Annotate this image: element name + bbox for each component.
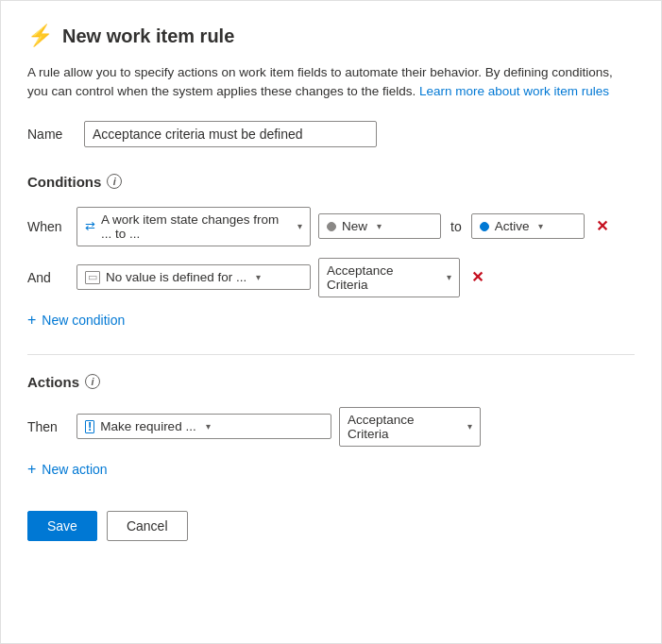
and-remove-button[interactable]: ✕ xyxy=(467,268,487,287)
action-field-chevron: ▾ xyxy=(467,421,472,432)
name-label: Name xyxy=(27,127,69,142)
when-label: When xyxy=(27,219,69,234)
action-field-text: Acceptance Criteria xyxy=(348,413,458,441)
and-row: And ▭ No value is defined for ... ▾ Acce… xyxy=(27,258,635,297)
then-label: Then xyxy=(27,419,69,434)
conditions-info-icon[interactable]: i xyxy=(107,174,122,189)
make-required-icon: ! xyxy=(85,420,94,433)
new-condition-plus: + xyxy=(27,313,36,328)
save-button[interactable]: Save xyxy=(27,511,97,541)
actions-section: Actions i Then ! Make required ... ▾ Acc… xyxy=(27,374,635,481)
state-from-text: New xyxy=(342,219,367,233)
page-container: ⚡ New work item rule A rule allow you to… xyxy=(0,0,662,644)
action-dropdown-text: Make required ... xyxy=(100,419,195,433)
learn-more-link[interactable]: Learn more about work item rules xyxy=(419,84,609,98)
when-row: When ⇄ A work item state changes from ..… xyxy=(27,207,635,246)
new-action-plus: + xyxy=(27,462,36,477)
and-dropdown-chevron: ▾ xyxy=(256,272,261,282)
and-field-text: Acceptance Criteria xyxy=(327,263,437,292)
state-to-chevron: ▾ xyxy=(538,221,543,231)
action-dropdown-chevron: ▾ xyxy=(206,421,211,432)
name-input[interactable] xyxy=(84,121,377,147)
new-condition-label: New condition xyxy=(42,313,125,328)
new-action-label: New action xyxy=(42,462,107,477)
footer-buttons: Save Cancel xyxy=(27,511,635,541)
state-from-chevron: ▾ xyxy=(377,221,382,231)
new-action-link[interactable]: + New action xyxy=(27,458,635,481)
and-dropdown-text: No value is defined for ... xyxy=(106,270,246,284)
page-header: ⚡ New work item rule xyxy=(27,24,635,48)
conditions-title: Conditions i xyxy=(27,174,635,190)
state-from-dot xyxy=(327,222,336,231)
then-row: Then ! Make required ... ▾ Acceptance Cr… xyxy=(27,407,635,447)
action-field-dropdown[interactable]: Acceptance Criteria ▾ xyxy=(339,407,481,447)
new-condition-link[interactable]: + New condition xyxy=(27,309,635,331)
cancel-button[interactable]: Cancel xyxy=(107,511,188,541)
state-to-dot xyxy=(480,222,489,231)
section-divider xyxy=(27,354,635,355)
conditions-section: Conditions i When ⇄ A work item state ch… xyxy=(27,174,635,331)
no-value-icon: ▭ xyxy=(85,271,100,284)
actions-info-icon[interactable]: i xyxy=(85,374,100,389)
page-description: A rule allow you to specify actions on w… xyxy=(27,63,635,102)
and-field-dropdown[interactable]: Acceptance Criteria ▾ xyxy=(318,258,460,297)
when-dropdown[interactable]: ⇄ A work item state changes from ... to … xyxy=(76,207,311,246)
and-label: And xyxy=(27,270,69,285)
when-remove-button[interactable]: ✕ xyxy=(592,217,612,236)
lightning-icon: ⚡ xyxy=(27,24,53,48)
to-label: to xyxy=(449,219,464,234)
and-field-chevron: ▾ xyxy=(447,272,451,282)
action-dropdown[interactable]: ! Make required ... ▾ xyxy=(76,414,331,439)
state-to-text: Active xyxy=(495,219,530,233)
when-dropdown-chevron: ▾ xyxy=(297,221,302,231)
actions-title: Actions i xyxy=(27,374,635,390)
page-title: New work item rule xyxy=(62,25,234,47)
when-dropdown-text: A work item state changes from ... to ..… xyxy=(101,212,288,241)
state-from-dropdown[interactable]: New ▾ xyxy=(318,213,441,239)
name-row: Name xyxy=(27,121,635,147)
state-change-icon: ⇄ xyxy=(85,219,95,233)
state-to-dropdown[interactable]: Active ▾ xyxy=(471,213,585,239)
and-dropdown[interactable]: ▭ No value is defined for ... ▾ xyxy=(76,264,311,290)
